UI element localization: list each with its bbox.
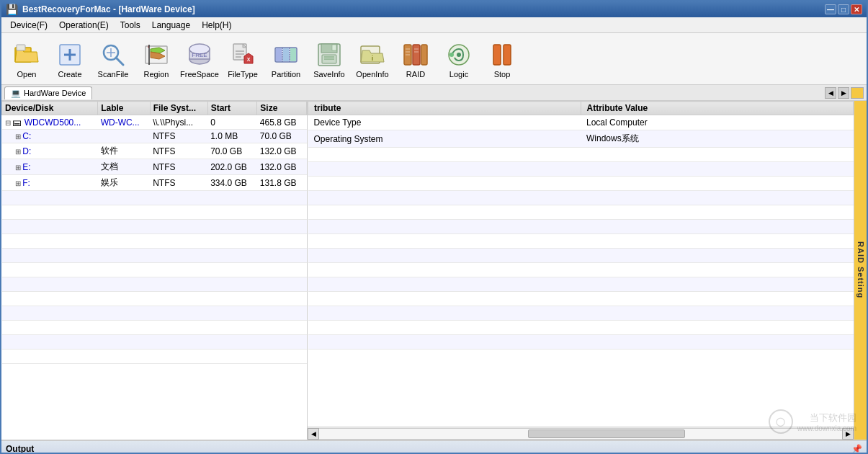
scroll-thumb[interactable]: [528, 429, 685, 438]
cell-size: 70.0 GB: [257, 130, 307, 143]
scroll-right-button[interactable]: ▶: [842, 428, 854, 440]
toolbar-stop-button[interactable]: Stop: [481, 36, 523, 82]
create-icon: [56, 41, 84, 68]
cell-label: 文档: [98, 159, 151, 175]
tab-prev-button[interactable]: ◀: [825, 87, 836, 99]
table-row[interactable]: ⊞ D: 软件 NTFS 70.0 GB 132.0 GB: [2, 143, 307, 159]
attr-row-empty: [308, 205, 854, 220]
cell-size: 132.0 GB: [257, 143, 307, 159]
cell-device: ⊞ E:: [2, 159, 98, 175]
attr-row-empty: [308, 177, 854, 191]
table-row-empty: [2, 263, 307, 277]
minimize-button[interactable]: —: [825, 4, 836, 14]
toolbar-region-label: Region: [144, 70, 169, 79]
attr-val-os: Windows系统: [581, 130, 854, 148]
scanfile-icon: [99, 41, 127, 68]
cell-start: 0: [207, 115, 257, 130]
table-row-empty: [2, 292, 307, 306]
raid-sidebar-toggle[interactable]: [851, 87, 864, 99]
toolbar-freespace-button[interactable]: FREE FreeSpace: [179, 36, 220, 82]
cell-start: 1.0 MB: [207, 130, 257, 143]
cell-device: ⊞ C:: [2, 130, 98, 143]
maximize-button[interactable]: □: [838, 4, 849, 14]
toolbar-freespace-label: FreeSpace: [180, 70, 219, 79]
col-filesystem: File Syst...: [150, 102, 207, 115]
table-row-empty: [2, 306, 307, 321]
menu-operation[interactable]: Operation(E): [53, 19, 115, 32]
tab-bar: 💻 HardWare Device ◀ ▶: [1, 85, 867, 101]
table-row[interactable]: ⊞ C: NTFS 1.0 MB 70.0 GB: [2, 130, 307, 143]
output-header: Output 📌: [1, 441, 867, 454]
title-bar-controls: — □ ✕: [825, 4, 862, 14]
svg-line-6: [116, 58, 123, 65]
col-start: Start: [207, 102, 257, 115]
toolbar-region-button[interactable]: Region: [135, 36, 177, 82]
hardware-device-tab[interactable]: 💻 HardWare Device: [4, 86, 92, 99]
toolbar-logic-button[interactable]: Logic: [438, 36, 480, 82]
tab-next-button[interactable]: ▶: [838, 87, 849, 99]
attr-row-empty: [308, 321, 854, 335]
right-panel-container: tribute Attribute Value Device Type Loca…: [308, 101, 854, 440]
cell-fs: NTFS: [150, 175, 207, 191]
toolbar-openinfo-button[interactable]: i OpenInfo: [352, 36, 393, 82]
table-row[interactable]: ⊞ F: 娱乐 NTFS 334.0 GB 131.8 GB: [2, 175, 307, 191]
stop-icon: [488, 41, 516, 68]
col-attribute: tribute: [308, 102, 581, 115]
attr-row-empty: [308, 277, 854, 292]
toolbar-partition-button[interactable]: Partition: [265, 36, 307, 82]
svg-rect-23: [276, 48, 282, 61]
table-row-empty: [2, 249, 307, 263]
logic-icon: [445, 41, 473, 68]
cell-device: ⊞ D:: [2, 143, 98, 159]
toolbar-partition-label: Partition: [272, 70, 300, 79]
toolbar-scanfile-label: ScanFile: [98, 70, 129, 79]
toolbar-filetype-button[interactable]: X FileType: [222, 36, 264, 82]
left-panel: Device/Disk Lable File Syst... Start Siz…: [1, 101, 308, 440]
menu-language[interactable]: Language: [146, 19, 196, 32]
toolbar-saveinfo-button[interactable]: SaveInfo: [308, 36, 350, 82]
attr-name-device-type: Device Type: [308, 115, 581, 130]
scroll-track[interactable]: [319, 428, 842, 440]
attr-row-empty: [308, 263, 854, 277]
close-button[interactable]: ✕: [851, 4, 862, 14]
region-icon: [143, 41, 170, 68]
svg-text:X: X: [247, 57, 251, 62]
col-label: Lable: [98, 102, 151, 115]
expand-icon: ⊞: [15, 164, 23, 172]
scroll-left-button[interactable]: ◀: [308, 428, 319, 440]
table-row[interactable]: ⊞ E: 文档 NTFS 202.0 GB 132.0 GB: [2, 159, 307, 175]
saveinfo-icon: [316, 41, 343, 68]
table-row[interactable]: ⊟ 🖴 WDCWD500... WD-WC... \\.\\Physi... 0…: [2, 115, 307, 130]
menu-tools[interactable]: Tools: [115, 19, 146, 32]
toolbar-raid-button[interactable]: RAID: [395, 36, 437, 82]
tab-label: HardWare Device: [24, 89, 86, 97]
svg-rect-28: [332, 45, 336, 50]
svg-point-43: [457, 53, 461, 57]
menu-help[interactable]: Help(H): [196, 19, 237, 32]
toolbar-openinfo-label: OpenInfo: [356, 70, 388, 79]
freespace-icon: FREE: [186, 41, 213, 68]
attr-row-empty: [308, 335, 854, 350]
cell-size: 132.0 GB: [257, 159, 307, 175]
toolbar-saveinfo-label: SaveInfo: [313, 70, 344, 79]
cell-fs: NTFS: [150, 130, 207, 143]
attr-row-empty: [308, 148, 854, 162]
cell-size: 465.8 GB: [257, 115, 307, 130]
right-panel: tribute Attribute Value Device Type Loca…: [308, 101, 854, 427]
panels-row: Device/Disk Lable File Syst... Start Siz…: [1, 101, 867, 440]
cell-label: [98, 130, 151, 143]
menu-bar: Device(F) Operation(E) Tools Language He…: [1, 17, 867, 33]
output-title: Output: [6, 444, 34, 454]
raid-sidebar[interactable]: RAID Setting: [854, 101, 867, 440]
menu-device[interactable]: Device(F): [4, 19, 53, 32]
svg-text:FREE: FREE: [192, 52, 207, 58]
toolbar-open-label: Open: [17, 70, 37, 79]
toolbar-scanfile-button[interactable]: ScanFile: [92, 36, 134, 82]
toolbar: Open Create ScanFile: [1, 33, 867, 85]
toolbar-stop-label: Stop: [494, 70, 511, 79]
svg-rect-35: [413, 45, 420, 65]
partition-icon: [272, 41, 300, 68]
table-row-empty: [2, 220, 307, 234]
toolbar-open-button[interactable]: Open: [6, 36, 48, 82]
toolbar-create-button[interactable]: Create: [49, 36, 91, 82]
